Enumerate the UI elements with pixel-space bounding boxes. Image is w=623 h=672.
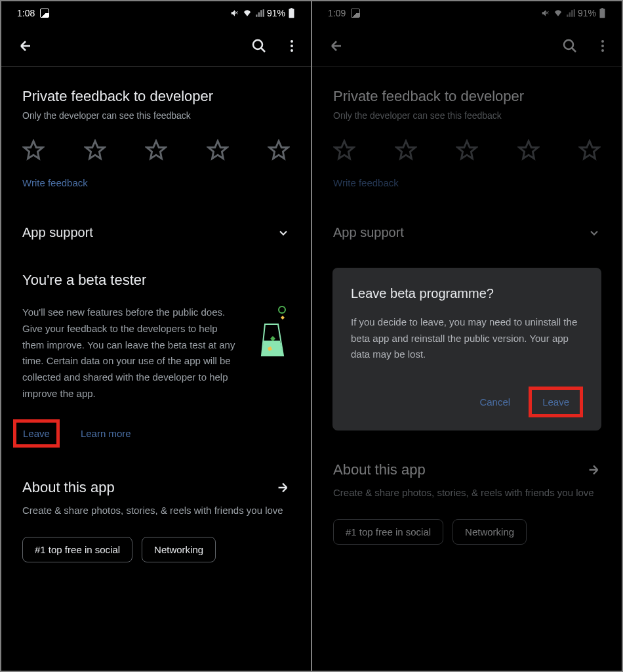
feedback-title: Private feedback to developer bbox=[22, 88, 290, 105]
cancel-button[interactable]: Cancel bbox=[472, 391, 518, 413]
back-button[interactable] bbox=[17, 37, 34, 54]
leave-highlight: Leave bbox=[13, 419, 60, 448]
svg-point-4 bbox=[291, 40, 293, 43]
overflow-menu-icon[interactable] bbox=[283, 37, 300, 54]
beta-title: You're a beta tester bbox=[22, 272, 290, 289]
svg-rect-1 bbox=[291, 8, 292, 9]
star-4[interactable] bbox=[207, 139, 229, 161]
beaker-icon bbox=[252, 304, 290, 370]
screenshot-icon bbox=[40, 9, 49, 18]
clock: 1:08 bbox=[17, 8, 35, 18]
leave-beta-link[interactable]: Leave bbox=[23, 428, 50, 439]
dialog-body: If you decide to leave, you may need to … bbox=[351, 314, 583, 363]
star-5[interactable] bbox=[268, 139, 290, 161]
rating-stars[interactable] bbox=[22, 121, 290, 177]
signal-icon bbox=[255, 9, 264, 18]
feedback-subtitle: Only the developer can see this feedback bbox=[22, 110, 290, 121]
svg-point-6 bbox=[291, 49, 293, 52]
svg-point-7 bbox=[279, 306, 285, 313]
battery-pct: 91% bbox=[267, 8, 285, 18]
app-bar bbox=[1, 25, 311, 67]
svg-rect-0 bbox=[289, 9, 294, 18]
app-support-row[interactable]: App support bbox=[22, 209, 290, 256]
write-feedback-link[interactable]: Write feedback bbox=[22, 177, 290, 188]
star-2[interactable] bbox=[84, 139, 106, 161]
status-bar: 1:08 91% bbox=[1, 1, 311, 25]
about-title: About this app bbox=[22, 479, 115, 496]
leave-button[interactable]: Leave bbox=[538, 395, 573, 409]
about-subtitle: Create & share photos, stories, & reels … bbox=[22, 503, 290, 518]
chip-top-free[interactable]: #1 top free in social bbox=[22, 537, 132, 562]
star-3[interactable] bbox=[145, 139, 167, 161]
chevron-down-icon bbox=[277, 226, 290, 240]
search-icon[interactable] bbox=[251, 37, 268, 54]
mute-icon bbox=[230, 9, 239, 18]
dialog-backdrop: Leave beta programme? If you decide to l… bbox=[312, 1, 622, 671]
dialog-title: Leave beta programme? bbox=[351, 286, 583, 301]
wifi-icon bbox=[242, 9, 252, 18]
beta-description: You'll see new features before the publi… bbox=[22, 304, 236, 402]
leave-beta-dialog: Leave beta programme? If you decide to l… bbox=[332, 268, 601, 430]
leave-highlight: Leave bbox=[529, 387, 583, 417]
content: Private feedback to developer Only the d… bbox=[1, 67, 311, 578]
about-row[interactable]: About this app bbox=[22, 463, 290, 499]
arrow-right-icon bbox=[275, 480, 290, 495]
screen-left: 1:08 91% Private feedback to developer O… bbox=[1, 1, 311, 671]
screen-right: 1:09 91% Private feedback to developer O… bbox=[312, 1, 622, 671]
svg-point-5 bbox=[291, 45, 293, 47]
svg-line-3 bbox=[261, 48, 265, 52]
battery-icon bbox=[288, 8, 295, 18]
star-1[interactable] bbox=[22, 139, 45, 161]
app-support-label: App support bbox=[22, 225, 93, 240]
svg-point-2 bbox=[253, 40, 262, 49]
chip-networking[interactable]: Networking bbox=[142, 537, 216, 562]
learn-more-link[interactable]: Learn more bbox=[81, 428, 131, 439]
